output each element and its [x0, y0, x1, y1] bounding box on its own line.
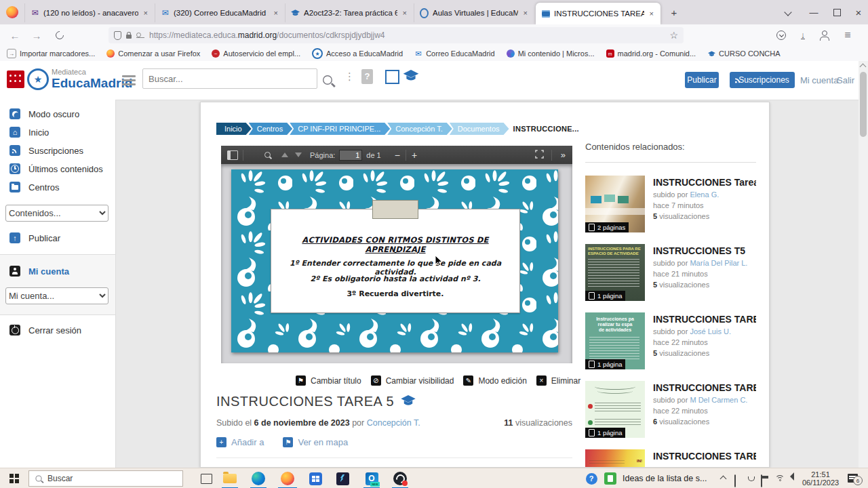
breadcrumb-home[interactable]: Inicio: [216, 123, 252, 135]
uploader-link[interactable]: José Luis U.: [690, 327, 731, 336]
browser-tab-mail-2[interactable]: ✉ (320) Correo EducaMadrid :: En ×: [155, 3, 285, 22]
pocket-icon[interactable]: [773, 28, 789, 43]
reload-icon[interactable]: [52, 28, 68, 43]
bookmark-item[interactable]: −Autoservicio del empl...: [212, 49, 300, 58]
sidebar-item-home[interactable]: ⌂ Inicio: [9, 127, 49, 138]
forward-icon[interactable]: →: [28, 28, 45, 43]
start-button-icon[interactable]: [9, 474, 19, 483]
fullscreen-icon[interactable]: [535, 149, 544, 161]
contents-select[interactable]: Contenidos...: [5, 205, 108, 222]
lock-icon[interactable]: [126, 35, 132, 39]
zoom-out-icon[interactable]: −: [391, 150, 404, 161]
related-title[interactable]: INSTRUCCIONES Tarea5: [653, 177, 756, 188]
subscriptions-button[interactable]: Suscripciones: [730, 72, 795, 88]
toast-notification-text[interactable]: Ideas de la lista de s...: [623, 474, 707, 483]
related-thumbnail[interactable]: IN!: [585, 449, 645, 468]
breadcrumb-user[interactable]: Concepción T.: [387, 123, 452, 135]
battery-icon[interactable]: [761, 475, 762, 487]
sidebar-item-latest[interactable]: Últimos contenidos: [9, 163, 103, 174]
bookmark-item[interactable]: ★Acceso a EducaMadrid: [312, 48, 403, 59]
firefox-view-icon[interactable]: [6, 6, 18, 18]
educamadrid-logo-icon[interactable]: ★: [27, 68, 49, 90]
related-thumbnail[interactable]: INSTRUCCIONES PARA REESPACIO DE ACTIVIDA…: [585, 244, 645, 301]
back-icon[interactable]: ←: [7, 28, 23, 43]
taskbar-clock[interactable]: 21:51 06/11/2023: [799, 470, 842, 487]
tab-list-dropdown-icon[interactable]: [777, 0, 799, 24]
toast-app-icon[interactable]: [602, 470, 618, 487]
related-title[interactable]: INSTRUCCIONES TARE...: [653, 382, 756, 393]
view-on-map-link[interactable]: ⚑ Ver en mapa: [283, 437, 348, 447]
add-to-link[interactable]: + Añadir a: [216, 437, 264, 447]
related-item[interactable]: 1 página INSTRUCCIONES TARE... subido po…: [585, 381, 756, 443]
outlook-icon[interactable]: O: [363, 470, 380, 487]
edit-mode-button[interactable]: ✎ Modo edición: [463, 375, 526, 386]
notification-center-icon[interactable]: 6: [848, 474, 858, 483]
firefox-icon[interactable]: [279, 470, 296, 487]
powershell-icon[interactable]: [334, 470, 351, 487]
downloads-icon[interactable]: ↓: [795, 28, 811, 43]
brand-educamadrid[interactable]: EducaMadrid: [52, 76, 132, 91]
page-up-icon[interactable]: [281, 152, 288, 157]
toolbar-more-icon[interactable]: »: [557, 150, 570, 160]
toggle-sidebar-icon[interactable]: [227, 150, 238, 160]
tablet-icon[interactable]: [734, 475, 736, 487]
change-title-button[interactable]: ⚑ Cambiar título: [296, 375, 361, 386]
bookmark-item[interactable]: CURSO CONCHA: [707, 49, 780, 58]
bookmark-item[interactable]: ✉Correo EducaMadrid: [414, 49, 495, 58]
change-visibility-button[interactable]: ⊘ Cambiar visibilidad: [371, 375, 454, 386]
sidebar-item-centers[interactable]: Centros: [9, 182, 60, 192]
page-scrollbar[interactable]: [859, 61, 868, 468]
browser-tab-mail-1[interactable]: ✉ (120 no leídos) - anacaveropint ×: [24, 3, 155, 22]
breadcrumb-documents[interactable]: Documentos: [450, 123, 509, 135]
related-title[interactable]: INSTRUCCIONES T5: [653, 245, 756, 256]
related-title[interactable]: INSTRUCCIONES TARE...: [653, 451, 756, 462]
uploader-link[interactable]: M Del Carmen C.: [690, 396, 747, 404]
tray-expand-icon[interactable]: [721, 476, 726, 481]
restore-button[interactable]: [826, 0, 848, 24]
menu-hamburger-icon[interactable]: ≡: [840, 28, 856, 43]
related-item[interactable]: INSTRUCCIONES PARA REESPACIO DE ACTIVIDA…: [585, 244, 756, 306]
bookmark-item[interactable]: →Importar marcadores...: [7, 49, 95, 58]
file-explorer-icon[interactable]: [222, 470, 238, 487]
tab-close-icon[interactable]: ×: [142, 9, 149, 17]
pdf-canvas[interactable]: ACTIVIDADES CON RITMOS DISTINTOS DE APRE…: [221, 164, 572, 363]
related-thumbnail[interactable]: 1 página: [585, 381, 645, 438]
url-bar[interactable]: https://mediateca.educa.madrid.org/docum…: [108, 27, 684, 43]
sidebar-item-dark-mode[interactable]: Modo oscuro: [9, 108, 79, 119]
tracking-shield-icon[interactable]: [114, 31, 121, 40]
new-tab-button[interactable]: +: [666, 5, 682, 20]
account-select[interactable]: Mi cuenta...: [5, 287, 108, 304]
related-title[interactable]: INSTRUCCIONES TARE...: [653, 314, 756, 325]
site-search-input[interactable]: [142, 68, 317, 89]
help-bubble-icon[interactable]: ?: [583, 470, 599, 487]
edge-icon[interactable]: [250, 470, 267, 487]
sidebar-item-my-account[interactable]: Mi cuenta: [9, 266, 69, 277]
bookmark-star-icon[interactable]: ☆: [669, 30, 678, 41]
browser-tab-aulas-virtuales[interactable]: Aulas Virtuales | EducaMadrid ×: [414, 3, 534, 22]
academic-cap-icon[interactable]: [403, 70, 419, 84]
related-thumbnail[interactable]: Instrucciones parealizar tu espade activ…: [585, 312, 645, 369]
more-options-icon[interactable]: ⋮: [344, 70, 355, 83]
logout-link[interactable]: Salir: [837, 75, 854, 85]
tab-close-icon[interactable]: ×: [401, 9, 408, 17]
uploader-link[interactable]: María Del Pilar L.: [690, 259, 747, 267]
publish-button[interactable]: Publicar: [685, 72, 719, 88]
page-number-input[interactable]: [339, 150, 362, 161]
zoom-in-icon[interactable]: +: [408, 150, 421, 161]
breadcrumb-centers[interactable]: Centros: [249, 123, 293, 135]
related-item[interactable]: Instrucciones parealizar tu espade activ…: [585, 312, 756, 375]
menu-toggle-icon[interactable]: [122, 73, 136, 87]
browser-tab-active-mediateca[interactable]: INSTRUCCIONES TAREA 5 | Med ×: [536, 3, 660, 24]
tab-close-icon[interactable]: ×: [273, 9, 279, 17]
page-down-icon[interactable]: [295, 152, 302, 157]
delete-button[interactable]: × Eliminar: [536, 375, 580, 386]
tab-close-icon[interactable]: ×: [648, 9, 655, 18]
sidebar-item-publish[interactable]: ↑ Publicar: [9, 232, 60, 243]
uploader-link[interactable]: Concepción T.: [367, 418, 420, 428]
scroll-up-icon[interactable]: [860, 64, 867, 70]
permissions-icon[interactable]: [136, 33, 144, 38]
obs-icon[interactable]: [392, 470, 408, 487]
uploader-link[interactable]: Elena G.: [690, 190, 719, 199]
find-icon[interactable]: [264, 152, 271, 158]
sidebar-item-logout[interactable]: Cerrar sesión: [9, 325, 81, 336]
